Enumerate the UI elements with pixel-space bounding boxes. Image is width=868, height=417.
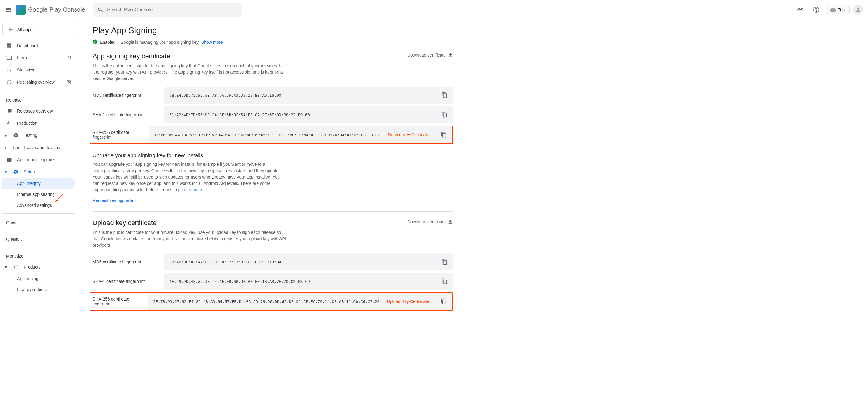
stats-icon: [6, 67, 12, 73]
md5-label: MD5 certificate fingerprint: [93, 93, 164, 98]
releases-icon: [6, 108, 12, 114]
all-apps-button[interactable]: All apps: [2, 23, 75, 36]
sidebar-item-label: In-app products: [17, 287, 46, 292]
header: Google Play Console Test: [0, 0, 868, 20]
sha1-value: 4E:29:9D:4F:A5:3B:C4:4F:E0:6B:3B:A8:FF:1…: [169, 279, 437, 284]
svg-point-0: [7, 59, 8, 61]
sidebar-item-label: Testing: [24, 133, 37, 138]
inbox-icon: [6, 55, 12, 61]
sidebar-item-label: Publishing overview: [17, 80, 55, 84]
sidebar-item-label: App pricing: [17, 276, 38, 281]
sidebar-item-reach[interactable]: ▸ Reach and devices: [2, 141, 75, 153]
person-icon: [855, 7, 861, 13]
play-logo-icon: [16, 5, 26, 14]
sha1-label: SHA-1 certificate fingerprint: [93, 112, 164, 117]
upgrade-desc: You can upgrade your app signing key for…: [93, 161, 287, 193]
upgrade-title: Upgrade your app signing key for new ins…: [93, 152, 453, 159]
sidebar-item-label: Advanced settings: [17, 203, 52, 208]
signing-md5-row: MD5 certificate fingerprint 9B:E4:DD:73:…: [93, 87, 453, 104]
learn-more-link[interactable]: Learn more: [182, 187, 204, 192]
signing-desc: This is the public certificate for the a…: [93, 63, 287, 82]
search-input[interactable]: [107, 7, 237, 12]
show-more-link[interactable]: Show more: [201, 40, 223, 45]
upload-sha1-row: SHA-1 certificate fingerprint 4E:29:9D:4…: [93, 273, 453, 290]
sidebar-item-production[interactable]: Production: [2, 117, 75, 129]
sha256-label: SHA-256 certificate fingerprint: [93, 130, 149, 140]
caret-down-icon: ▾: [5, 265, 8, 270]
signing-sha1-row: SHA-1 certificate fingerprint 51:A2:4E:7…: [93, 106, 453, 123]
all-apps-label: All apps: [18, 27, 33, 32]
sidebar-item-label: Reach and devices: [24, 145, 60, 150]
sidebar-item-label: Dashboard: [17, 43, 38, 48]
md5-value: 2B:AD:88:02:A7:81:D9:E0:F7:C3:33:6C:60:5…: [169, 260, 437, 264]
copy-button[interactable]: [441, 111, 448, 118]
caret-icon: ▸: [5, 133, 8, 138]
chevron-down-icon: ⌄: [18, 221, 20, 225]
sidebar-item-testing[interactable]: ▸ Testing: [2, 129, 75, 141]
copy-button[interactable]: [440, 298, 447, 305]
enabled-label: Enabled: [100, 40, 115, 45]
signing-section: App signing key certificate Download cer…: [93, 52, 453, 212]
sidebar-item-label: Statistics: [17, 68, 34, 72]
copy-button[interactable]: [440, 131, 447, 138]
devices-icon: [13, 144, 19, 150]
bundle-icon: [6, 157, 12, 163]
logo-text: Google Play Console: [28, 6, 85, 13]
managing-text: Google is managing your app signing key.: [120, 40, 199, 45]
download-upload-cert[interactable]: Download certificate: [407, 219, 453, 224]
copy-button[interactable]: [441, 258, 448, 266]
signing-sha256-highlight: SHA-256 certificate fingerprint 02:B0:16…: [90, 126, 453, 144]
upload-annotation: Upload Key Certificate: [387, 299, 429, 304]
sidebar-item-bundle[interactable]: App bundle explorer: [2, 153, 75, 166]
logo[interactable]: Google Play Console: [16, 5, 85, 14]
sidebar-item-label: Releases overview: [17, 109, 53, 113]
md5-value: 9B:E4:DD:73:53:5E:A8:9A:3F:A3:D5:15:B8:A…: [169, 93, 437, 98]
search-icon: [97, 7, 103, 13]
signing-title: App signing key certificate: [93, 52, 170, 60]
copy-button[interactable]: [441, 278, 448, 285]
sidebar-section-grow[interactable]: Grow ⌄: [2, 216, 75, 228]
caret-icon: ▸: [5, 145, 8, 150]
sidebar-item-app-pricing[interactable]: App pricing: [2, 273, 75, 284]
publishing-icon: [6, 79, 12, 85]
download-icon: [447, 219, 453, 224]
gear-icon: [13, 169, 19, 175]
cloud-badge[interactable]: Test: [826, 5, 850, 14]
request-upgrade-link[interactable]: Request key upgrade: [93, 198, 133, 203]
testing-icon: [13, 132, 19, 138]
avatar[interactable]: [854, 5, 863, 14]
inbox-count: 11: [68, 56, 71, 60]
sidebar-item-inapp-products[interactable]: In-app products: [2, 284, 75, 295]
search-box[interactable]: [93, 3, 242, 17]
sidebar-item-products[interactable]: ▾ Products: [2, 261, 75, 273]
sha1-value: 51:A2:4E:7D:55:DD:DA:8F:5B:DF:5A:F0:CA:2…: [169, 112, 437, 117]
help-icon[interactable]: [810, 4, 822, 16]
sidebar-item-label: Setup: [24, 169, 35, 174]
menu-icon[interactable]: [5, 6, 12, 13]
page-title: Play App Signing: [93, 26, 453, 35]
sha256-value: 2F:7B:93:27:93:E7:82:48:AD:64:57:EE:D4:0…: [153, 299, 380, 304]
status-row: Enabled · Google is managing your app si…: [93, 39, 453, 51]
upload-sha256-highlight: SHA-256 certificate fingerprint 2F:7B:93…: [90, 292, 453, 311]
sidebar-item-setup[interactable]: ▾ Setup: [2, 166, 75, 178]
cloud-icon: [830, 8, 836, 12]
sidebar-item-label: Internal app sharing: [17, 192, 55, 197]
sidebar-item-app-integrity[interactable]: App integrity: [2, 178, 75, 189]
dashboard-icon: [6, 43, 12, 49]
link-icon[interactable]: [794, 4, 806, 16]
sidebar-item-publishing[interactable]: Publishing overview: [2, 76, 75, 88]
md5-label: MD5 certificate fingerprint: [93, 259, 164, 264]
download-signing-cert[interactable]: Download certificate: [407, 52, 453, 58]
download-icon: [447, 52, 453, 58]
sidebar-section-quality[interactable]: Quality ⌄: [2, 233, 75, 244]
copy-button[interactable]: [441, 92, 448, 99]
signing-annotation: Signing Key Certiicate: [387, 132, 429, 137]
upload-title: Upload key certificate: [93, 219, 156, 227]
upload-desc: This is the public certificate for your …: [93, 229, 287, 248]
sidebar-section-monetize: Monetize: [2, 249, 75, 261]
sidebar-item-inbox[interactable]: Inbox 11: [2, 52, 75, 64]
sidebar-item-dashboard[interactable]: Dashboard: [2, 39, 75, 52]
sidebar-item-statistics[interactable]: Statistics: [2, 64, 75, 76]
sha1-label: SHA-1 certificate fingerprint: [93, 279, 164, 284]
sidebar-item-releases-overview[interactable]: Releases overview: [2, 105, 75, 117]
